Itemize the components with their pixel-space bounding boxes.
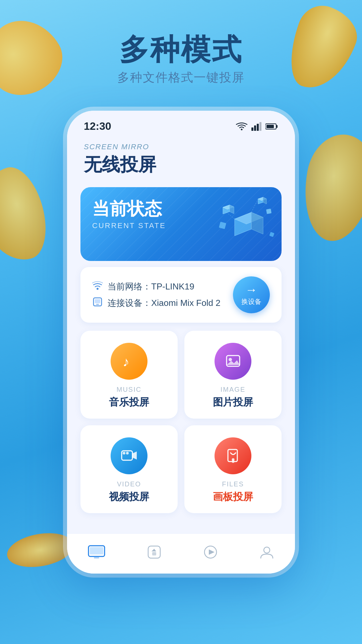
svg-marker-44 [209, 549, 215, 555]
bottom-navigation [67, 533, 295, 574]
header-section: 多种模式 多种文件格式一键投屏 [0, 34, 362, 86]
svg-rect-36 [232, 460, 234, 463]
svg-rect-2 [254, 125, 256, 131]
svg-rect-25 [96, 304, 99, 305]
wifi-icon [236, 122, 247, 131]
status-time: 12:30 [84, 120, 111, 132]
svg-rect-39 [94, 557, 99, 558]
svg-point-28 [229, 358, 232, 361]
app-header: SCREEN MIRRO 无线投屏 [67, 136, 295, 180]
device-name: 连接设备：Xiaomi Mix Fold 2 [108, 297, 221, 309]
svg-marker-41 [152, 549, 156, 551]
svg-rect-1 [251, 127, 253, 131]
switch-device-button[interactable]: → 换设备 [233, 276, 270, 313]
feature-grid: ♪ MUSIC 音乐投屏 IMAGE 图片投屏 [80, 331, 282, 513]
music-zh-label: 音乐投屏 [109, 395, 149, 409]
network-row-wifi: 当前网络：TP-LINK19 [92, 281, 233, 292]
nav-store-icon [147, 545, 162, 559]
svg-point-33 [126, 452, 129, 454]
status-card-title: 当前状态 [92, 197, 270, 221]
svg-text:♪: ♪ [123, 354, 129, 369]
status-icons [236, 122, 278, 131]
nav-item-video[interactable] [203, 545, 218, 559]
wifi-network-icon [92, 281, 103, 292]
phone-mockup: 12:30 [67, 111, 295, 574]
feature-card-image[interactable]: IMAGE 图片投屏 [184, 331, 282, 419]
image-icon [224, 352, 242, 371]
music-icon: ♪ [120, 352, 138, 371]
video-icon-circle [111, 437, 147, 474]
status-card-en-label: CURRENT STATE [92, 221, 270, 230]
network-row-device: 连接设备：Xiaomi Mix Fold 2 [92, 297, 233, 309]
feature-card-video[interactable]: VIDEO 视频投屏 [80, 425, 178, 513]
nav-item-profile[interactable] [259, 545, 274, 559]
image-icon-circle [215, 343, 251, 380]
svg-marker-29 [227, 360, 240, 365]
video-zh-label: 视频投屏 [109, 490, 149, 504]
nav-screen-icon [88, 545, 105, 559]
phone-inner: 12:30 [67, 111, 295, 574]
svg-marker-31 [132, 451, 137, 460]
svg-point-32 [123, 452, 125, 454]
header-title: 多种模式 [0, 34, 362, 66]
svg-rect-38 [90, 547, 103, 554]
device-icon [92, 297, 103, 309]
network-details: 当前网络：TP-LINK19 连接设备：Xiaomi Mix Fold 2 [92, 281, 233, 309]
header-subtitle: 多种文件格式一键投屏 [0, 69, 362, 86]
files-en-label: FILES [222, 480, 244, 488]
nav-profile-icon [259, 545, 274, 559]
network-info-box: 当前网络：TP-LINK19 连接设备：Xiaomi Mix Fold 2 → [80, 267, 282, 323]
switch-button-label: 换设备 [241, 297, 261, 306]
feature-card-music[interactable]: ♪ MUSIC 音乐投屏 [80, 331, 178, 419]
decoration-shape-right-mid [296, 129, 362, 247]
image-zh-label: 图片投屏 [213, 395, 253, 409]
nav-item-store[interactable] [147, 545, 162, 559]
files-icon [224, 447, 242, 465]
image-en-label: IMAGE [221, 386, 245, 393]
svg-point-45 [264, 547, 270, 553]
decoration-shape-bottom-left [4, 528, 76, 572]
files-icon-circle [215, 437, 251, 474]
switch-arrow-icon: → [245, 284, 257, 296]
svg-rect-3 [257, 124, 259, 131]
svg-rect-7 [266, 125, 274, 128]
battery-icon [265, 123, 278, 130]
nav-item-screen[interactable] [88, 545, 105, 559]
svg-point-22 [97, 288, 99, 290]
feature-card-files[interactable]: FILES 画板投屏 [184, 425, 282, 513]
app-title: 无线投屏 [84, 153, 278, 177]
svg-rect-42 [152, 552, 156, 555]
video-icon [120, 447, 138, 465]
svg-point-0 [241, 128, 243, 130]
status-bar: 12:30 [67, 111, 295, 136]
status-card: 当前状态 CURRENT STATE [80, 187, 282, 261]
svg-rect-6 [276, 125, 278, 128]
svg-rect-19 [269, 232, 274, 237]
music-en-label: MUSIC [117, 386, 141, 393]
files-zh-label: 画板投屏 [213, 490, 253, 504]
svg-rect-4 [259, 122, 261, 131]
signal-icon [251, 122, 261, 131]
decoration-shape-left-mid [0, 161, 55, 268]
video-en-label: VIDEO [117, 480, 141, 488]
music-icon-circle: ♪ [111, 343, 147, 380]
app-subtitle: SCREEN MIRRO [84, 143, 278, 151]
network-name: 当前网络：TP-LINK19 [108, 281, 194, 292]
svg-rect-24 [95, 299, 100, 303]
nav-video-icon [203, 545, 218, 559]
